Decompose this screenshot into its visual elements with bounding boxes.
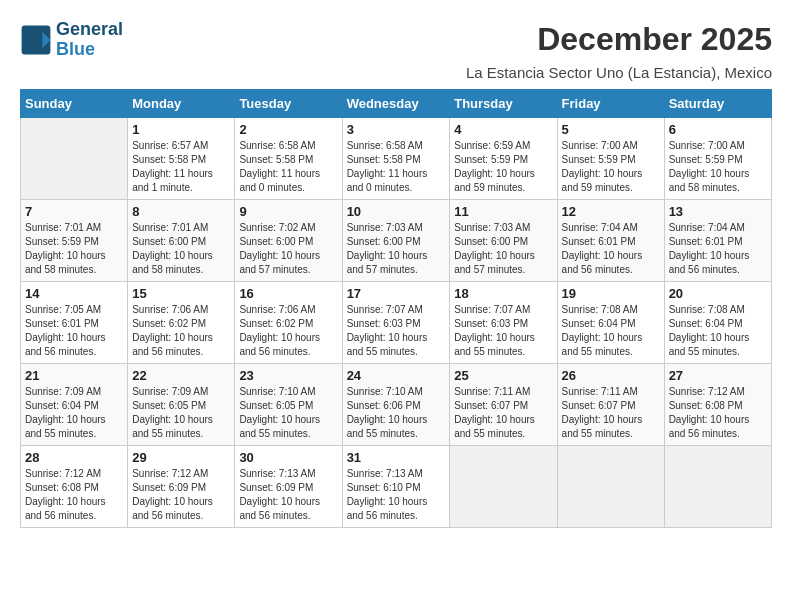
day-number: 10 <box>347 204 446 219</box>
calendar-week-3: 14Sunrise: 7:05 AM Sunset: 6:01 PM Dayli… <box>21 281 772 363</box>
calendar-week-4: 21Sunrise: 7:09 AM Sunset: 6:04 PM Dayli… <box>21 363 772 445</box>
day-info: Sunrise: 7:10 AM Sunset: 6:05 PM Dayligh… <box>239 385 337 441</box>
day-number: 13 <box>669 204 767 219</box>
calendar-cell: 10Sunrise: 7:03 AM Sunset: 6:00 PM Dayli… <box>342 199 450 281</box>
calendar-cell: 8Sunrise: 7:01 AM Sunset: 6:00 PM Daylig… <box>128 199 235 281</box>
day-info: Sunrise: 7:05 AM Sunset: 6:01 PM Dayligh… <box>25 303 123 359</box>
day-number: 21 <box>25 368 123 383</box>
calendar-cell: 4Sunrise: 6:59 AM Sunset: 5:59 PM Daylig… <box>450 117 557 199</box>
day-info: Sunrise: 7:01 AM Sunset: 6:00 PM Dayligh… <box>132 221 230 277</box>
calendar-cell <box>450 445 557 527</box>
day-number: 19 <box>562 286 660 301</box>
location-title: La Estancia Sector Uno (La Estancia), Me… <box>20 64 772 81</box>
calendar-week-5: 28Sunrise: 7:12 AM Sunset: 6:08 PM Dayli… <box>21 445 772 527</box>
day-info: Sunrise: 7:10 AM Sunset: 6:06 PM Dayligh… <box>347 385 446 441</box>
calendar-cell: 26Sunrise: 7:11 AM Sunset: 6:07 PM Dayli… <box>557 363 664 445</box>
calendar-cell: 23Sunrise: 7:10 AM Sunset: 6:05 PM Dayli… <box>235 363 342 445</box>
calendar-week-2: 7Sunrise: 7:01 AM Sunset: 5:59 PM Daylig… <box>21 199 772 281</box>
calendar-cell: 24Sunrise: 7:10 AM Sunset: 6:06 PM Dayli… <box>342 363 450 445</box>
day-info: Sunrise: 7:12 AM Sunset: 6:08 PM Dayligh… <box>25 467 123 523</box>
logo-blue: Blue <box>56 40 123 60</box>
calendar-cell: 21Sunrise: 7:09 AM Sunset: 6:04 PM Dayli… <box>21 363 128 445</box>
day-number: 1 <box>132 122 230 137</box>
calendar-cell: 13Sunrise: 7:04 AM Sunset: 6:01 PM Dayli… <box>664 199 771 281</box>
column-header-tuesday: Tuesday <box>235 89 342 117</box>
calendar-cell: 30Sunrise: 7:13 AM Sunset: 6:09 PM Dayli… <box>235 445 342 527</box>
day-number: 3 <box>347 122 446 137</box>
calendar-cell: 9Sunrise: 7:02 AM Sunset: 6:00 PM Daylig… <box>235 199 342 281</box>
calendar-cell: 11Sunrise: 7:03 AM Sunset: 6:00 PM Dayli… <box>450 199 557 281</box>
calendar-cell: 22Sunrise: 7:09 AM Sunset: 6:05 PM Dayli… <box>128 363 235 445</box>
day-info: Sunrise: 7:02 AM Sunset: 6:00 PM Dayligh… <box>239 221 337 277</box>
day-number: 31 <box>347 450 446 465</box>
day-info: Sunrise: 7:03 AM Sunset: 6:00 PM Dayligh… <box>347 221 446 277</box>
logo-text: General Blue <box>56 20 123 60</box>
calendar-cell: 6Sunrise: 7:00 AM Sunset: 5:59 PM Daylig… <box>664 117 771 199</box>
calendar-cell: 15Sunrise: 7:06 AM Sunset: 6:02 PM Dayli… <box>128 281 235 363</box>
day-info: Sunrise: 7:01 AM Sunset: 5:59 PM Dayligh… <box>25 221 123 277</box>
day-number: 23 <box>239 368 337 383</box>
day-info: Sunrise: 7:06 AM Sunset: 6:02 PM Dayligh… <box>132 303 230 359</box>
calendar-cell <box>557 445 664 527</box>
calendar-cell: 5Sunrise: 7:00 AM Sunset: 5:59 PM Daylig… <box>557 117 664 199</box>
calendar-cell: 7Sunrise: 7:01 AM Sunset: 5:59 PM Daylig… <box>21 199 128 281</box>
calendar-cell: 12Sunrise: 7:04 AM Sunset: 6:01 PM Dayli… <box>557 199 664 281</box>
column-header-saturday: Saturday <box>664 89 771 117</box>
column-header-thursday: Thursday <box>450 89 557 117</box>
calendar-cell: 16Sunrise: 7:06 AM Sunset: 6:02 PM Dayli… <box>235 281 342 363</box>
day-info: Sunrise: 6:58 AM Sunset: 5:58 PM Dayligh… <box>239 139 337 195</box>
day-number: 29 <box>132 450 230 465</box>
day-number: 16 <box>239 286 337 301</box>
day-info: Sunrise: 7:07 AM Sunset: 6:03 PM Dayligh… <box>454 303 552 359</box>
day-number: 17 <box>347 286 446 301</box>
calendar-header-row: SundayMondayTuesdayWednesdayThursdayFrid… <box>21 89 772 117</box>
month-title: December 2025 <box>123 21 772 58</box>
day-number: 6 <box>669 122 767 137</box>
day-info: Sunrise: 7:12 AM Sunset: 6:08 PM Dayligh… <box>669 385 767 441</box>
day-number: 24 <box>347 368 446 383</box>
calendar-cell: 27Sunrise: 7:12 AM Sunset: 6:08 PM Dayli… <box>664 363 771 445</box>
logo-general: General <box>56 20 123 40</box>
calendar-cell: 20Sunrise: 7:08 AM Sunset: 6:04 PM Dayli… <box>664 281 771 363</box>
calendar-cell: 28Sunrise: 7:12 AM Sunset: 6:08 PM Dayli… <box>21 445 128 527</box>
day-info: Sunrise: 7:00 AM Sunset: 5:59 PM Dayligh… <box>669 139 767 195</box>
calendar-cell <box>664 445 771 527</box>
day-number: 14 <box>25 286 123 301</box>
day-number: 9 <box>239 204 337 219</box>
day-number: 28 <box>25 450 123 465</box>
day-info: Sunrise: 7:07 AM Sunset: 6:03 PM Dayligh… <box>347 303 446 359</box>
calendar-cell: 29Sunrise: 7:12 AM Sunset: 6:09 PM Dayli… <box>128 445 235 527</box>
column-header-sunday: Sunday <box>21 89 128 117</box>
day-number: 26 <box>562 368 660 383</box>
calendar-cell: 1Sunrise: 6:57 AM Sunset: 5:58 PM Daylig… <box>128 117 235 199</box>
header: General Blue December 2025 <box>20 20 772 60</box>
day-info: Sunrise: 7:08 AM Sunset: 6:04 PM Dayligh… <box>669 303 767 359</box>
calendar-cell: 3Sunrise: 6:58 AM Sunset: 5:58 PM Daylig… <box>342 117 450 199</box>
day-info: Sunrise: 7:04 AM Sunset: 6:01 PM Dayligh… <box>562 221 660 277</box>
day-info: Sunrise: 7:11 AM Sunset: 6:07 PM Dayligh… <box>454 385 552 441</box>
day-number: 18 <box>454 286 552 301</box>
calendar-table: SundayMondayTuesdayWednesdayThursdayFrid… <box>20 89 772 528</box>
day-info: Sunrise: 6:59 AM Sunset: 5:59 PM Dayligh… <box>454 139 552 195</box>
day-number: 27 <box>669 368 767 383</box>
day-info: Sunrise: 7:11 AM Sunset: 6:07 PM Dayligh… <box>562 385 660 441</box>
day-number: 15 <box>132 286 230 301</box>
calendar-cell: 2Sunrise: 6:58 AM Sunset: 5:58 PM Daylig… <box>235 117 342 199</box>
day-number: 2 <box>239 122 337 137</box>
column-header-monday: Monday <box>128 89 235 117</box>
column-header-wednesday: Wednesday <box>342 89 450 117</box>
column-header-friday: Friday <box>557 89 664 117</box>
logo-icon <box>20 24 52 56</box>
day-info: Sunrise: 7:13 AM Sunset: 6:10 PM Dayligh… <box>347 467 446 523</box>
calendar-cell: 25Sunrise: 7:11 AM Sunset: 6:07 PM Dayli… <box>450 363 557 445</box>
day-info: Sunrise: 7:09 AM Sunset: 6:05 PM Dayligh… <box>132 385 230 441</box>
day-number: 8 <box>132 204 230 219</box>
day-info: Sunrise: 6:57 AM Sunset: 5:58 PM Dayligh… <box>132 139 230 195</box>
day-number: 12 <box>562 204 660 219</box>
day-info: Sunrise: 7:00 AM Sunset: 5:59 PM Dayligh… <box>562 139 660 195</box>
day-number: 22 <box>132 368 230 383</box>
day-info: Sunrise: 7:13 AM Sunset: 6:09 PM Dayligh… <box>239 467 337 523</box>
calendar-cell: 31Sunrise: 7:13 AM Sunset: 6:10 PM Dayli… <box>342 445 450 527</box>
day-number: 30 <box>239 450 337 465</box>
day-info: Sunrise: 7:06 AM Sunset: 6:02 PM Dayligh… <box>239 303 337 359</box>
